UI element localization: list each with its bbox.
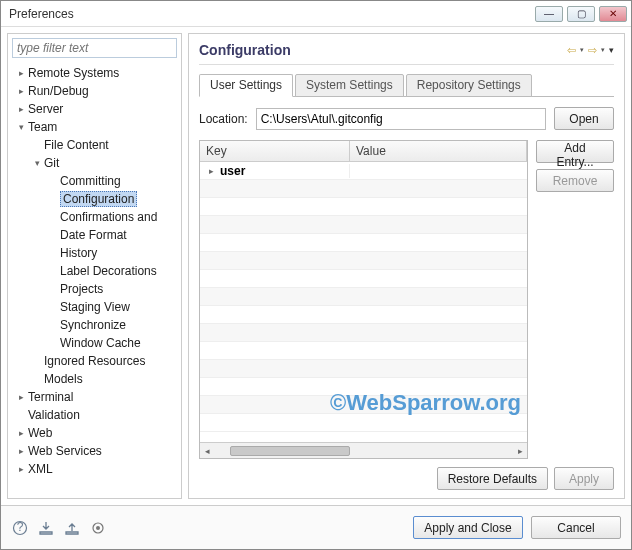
page-title: Configuration xyxy=(199,42,567,58)
tree-item[interactable]: ▸Run/Debug xyxy=(8,82,181,100)
collapsed-icon[interactable]: ▸ xyxy=(14,392,28,402)
collapsed-icon[interactable]: ▸ xyxy=(14,428,28,438)
tree-item-label: Git xyxy=(44,156,59,170)
tree-item-label: Synchronize xyxy=(60,318,126,332)
collapsed-icon[interactable]: ▸ xyxy=(14,86,28,96)
help-icon[interactable]: ? xyxy=(11,519,29,537)
back-dropdown-icon[interactable]: ▾ xyxy=(580,46,584,54)
tree-item[interactable]: ▸Web Services xyxy=(8,442,181,460)
table-row-empty xyxy=(200,306,527,324)
export-icon[interactable] xyxy=(63,519,81,537)
column-key[interactable]: Key xyxy=(200,141,350,161)
tree-item-label: Terminal xyxy=(28,390,73,404)
tree-item[interactable]: Ignored Resources xyxy=(8,352,181,370)
tree-item[interactable]: Models xyxy=(8,370,181,388)
tree-item[interactable]: Confirmations and xyxy=(8,208,181,226)
preferences-tree[interactable]: ▸Remote Systems▸Run/Debug▸Server▾TeamFil… xyxy=(8,62,181,498)
tabs: User SettingsSystem SettingsRepository S… xyxy=(199,73,614,97)
minimize-button[interactable]: — xyxy=(535,6,563,22)
footer-icons: ? xyxy=(11,519,405,537)
expanded-icon[interactable]: ▾ xyxy=(30,158,44,168)
filter-input[interactable] xyxy=(12,38,177,58)
expanded-icon[interactable]: ▾ xyxy=(14,122,28,132)
titlebar: Preferences — ▢ ✕ xyxy=(1,1,631,27)
apply-button[interactable]: Apply xyxy=(554,467,614,490)
table-row-empty xyxy=(200,180,527,198)
tab-body: Location: Open Key Value ▸user©WebSparro… xyxy=(199,97,614,490)
tree-item[interactable]: Date Format xyxy=(8,226,181,244)
scroll-thumb[interactable] xyxy=(230,446,350,456)
apply-and-close-button[interactable]: Apply and Close xyxy=(413,516,523,539)
grid-body[interactable]: ▸user©WebSparrow.org xyxy=(200,162,527,442)
tree-item-label: Web xyxy=(28,426,52,440)
add-entry-button[interactable]: Add Entry... xyxy=(536,140,614,163)
grid-scrollbar[interactable]: ◂ ▸ xyxy=(200,442,527,458)
tree-item[interactable]: Configuration xyxy=(8,190,181,208)
restore-defaults-button[interactable]: Restore Defaults xyxy=(437,467,548,490)
tree-item[interactable]: Staging View xyxy=(8,298,181,316)
scroll-right-icon[interactable]: ▸ xyxy=(513,446,527,456)
menu-dropdown-icon[interactable]: ▾ xyxy=(609,45,614,55)
scroll-left-icon[interactable]: ◂ xyxy=(200,446,214,456)
footer: ? Apply and Close Cancel xyxy=(1,505,631,549)
tree-item[interactable]: Validation xyxy=(8,406,181,424)
oomph-icon[interactable] xyxy=(89,519,107,537)
separator xyxy=(199,64,614,65)
tab[interactable]: System Settings xyxy=(295,74,404,97)
tree-item[interactable]: ▸Web xyxy=(8,424,181,442)
grid-side-buttons: Add Entry... Remove xyxy=(536,140,614,459)
preferences-window: Preferences — ▢ ✕ ▸Remote Systems▸Run/De… xyxy=(0,0,632,550)
tree-item[interactable]: ▸Remote Systems xyxy=(8,64,181,82)
collapsed-icon[interactable]: ▸ xyxy=(14,464,28,474)
forward-dropdown-icon[interactable]: ▾ xyxy=(601,46,605,54)
tree-item-label: Window Cache xyxy=(60,336,141,350)
tab[interactable]: User Settings xyxy=(199,74,293,97)
tree-item-label: Label Decorations xyxy=(60,264,157,278)
tree-item[interactable]: ▾Team xyxy=(8,118,181,136)
import-icon[interactable] xyxy=(37,519,55,537)
tree-item[interactable]: Window Cache xyxy=(8,334,181,352)
tree-item[interactable]: ▸Terminal xyxy=(8,388,181,406)
remove-button[interactable]: Remove xyxy=(536,169,614,192)
tree-item[interactable]: Label Decorations xyxy=(8,262,181,280)
restore-row: Restore Defaults Apply xyxy=(199,467,614,490)
collapsed-icon[interactable]: ▸ xyxy=(206,166,216,176)
window-buttons: — ▢ ✕ xyxy=(535,6,627,22)
tree-item[interactable]: ▸Server xyxy=(8,100,181,118)
table-row-empty xyxy=(200,360,527,378)
sidebar: ▸Remote Systems▸Run/Debug▸Server▾TeamFil… xyxy=(7,33,182,499)
maximize-button[interactable]: ▢ xyxy=(567,6,595,22)
tree-item-label: Server xyxy=(28,102,63,116)
tree-item[interactable]: ▸XML xyxy=(8,460,181,478)
tree-item-label: Ignored Resources xyxy=(44,354,145,368)
location-row: Location: Open xyxy=(199,107,614,130)
svg-text:?: ? xyxy=(17,520,24,534)
table-row-empty xyxy=(200,198,527,216)
tree-item[interactable]: Synchronize xyxy=(8,316,181,334)
tree-item[interactable]: History xyxy=(8,244,181,262)
collapsed-icon[interactable]: ▸ xyxy=(14,104,28,114)
table-row-empty xyxy=(200,288,527,306)
window-title: Preferences xyxy=(7,7,535,21)
location-field[interactable] xyxy=(256,108,546,130)
collapsed-icon[interactable]: ▸ xyxy=(14,446,28,456)
tree-item[interactable]: ▾Git xyxy=(8,154,181,172)
location-label: Location: xyxy=(199,112,248,126)
collapsed-icon[interactable]: ▸ xyxy=(14,68,28,78)
nav-arrows: ⇦▾ ⇨▾ ▾ xyxy=(567,44,614,57)
tree-item[interactable]: Committing xyxy=(8,172,181,190)
tree-item[interactable]: Projects xyxy=(8,280,181,298)
tab[interactable]: Repository Settings xyxy=(406,74,532,97)
table-row-empty xyxy=(200,414,527,432)
open-button[interactable]: Open xyxy=(554,107,614,130)
close-button[interactable]: ✕ xyxy=(599,6,627,22)
main-header: Configuration ⇦▾ ⇨▾ ▾ xyxy=(199,42,614,58)
forward-icon[interactable]: ⇨ xyxy=(588,44,597,57)
back-icon[interactable]: ⇦ xyxy=(567,44,576,57)
tree-item-label: Staging View xyxy=(60,300,130,314)
tree-item[interactable]: File Content xyxy=(8,136,181,154)
table-row[interactable]: ▸user xyxy=(200,162,527,180)
column-value[interactable]: Value xyxy=(350,141,527,161)
config-grid[interactable]: Key Value ▸user©WebSparrow.org ◂ ▸ xyxy=(199,140,528,459)
cancel-button[interactable]: Cancel xyxy=(531,516,621,539)
